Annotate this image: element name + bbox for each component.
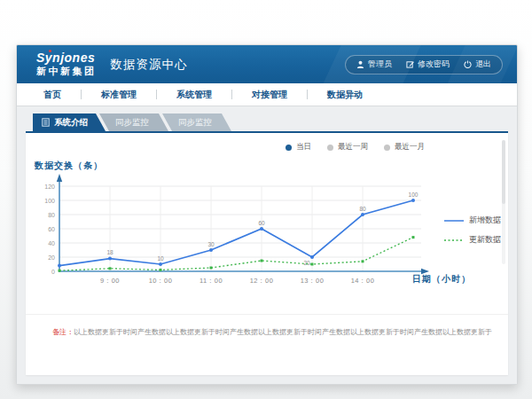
nav-item-standard-mgmt[interactable]: 标准管理 <box>101 89 137 101</box>
app-window: Synjones 新中新集团 数据资源中心 管理员 修改密码 <box>16 44 518 385</box>
solid-line-icon <box>444 218 464 223</box>
filter-label: 最近一月 <box>395 142 425 153</box>
content-area: 系统介绍 同步监控 同步监控 当日 最近一周 <box>17 106 517 384</box>
page-title: 数据资源中心 <box>111 57 188 73</box>
svg-text:80: 80 <box>48 212 55 218</box>
filter-last-week[interactable]: 最近一周 <box>327 142 368 153</box>
footer-note: 备注：以上数据更新于时间产生数据以上数据更新于时间产生数据以上数据更新于时间产生… <box>26 314 508 337</box>
filter-last-month[interactable]: 最近一月 <box>384 142 425 153</box>
line-chart: 0204060801001209：0010：0011：0012：0013：001… <box>33 172 434 293</box>
svg-text:30: 30 <box>207 241 215 247</box>
change-password-label: 修改密码 <box>418 59 450 70</box>
brand-logo-subtext: 新中新集团 <box>36 66 97 77</box>
svg-text:100: 100 <box>44 198 55 204</box>
tab-bar: 系统介绍 同步监控 同步监控 <box>33 113 508 131</box>
brand-logo: Synjones 新中新集团 <box>36 51 97 76</box>
filter-today[interactable]: 当日 <box>286 142 311 153</box>
nav-item-home[interactable]: 首页 <box>43 89 61 101</box>
document-icon <box>42 118 50 127</box>
brand-logo-text: Synjones <box>36 51 97 65</box>
svg-text:80: 80 <box>359 206 366 212</box>
legend-label: 新增数据 <box>469 215 501 226</box>
svg-text:60: 60 <box>258 220 265 226</box>
svg-text:10: 10 <box>157 255 164 262</box>
dotted-line-icon <box>444 238 464 243</box>
svg-text:20: 20 <box>303 260 310 266</box>
svg-text:20: 20 <box>48 254 55 261</box>
tab-label: 系统介绍 <box>54 117 88 129</box>
scrollbar-thumb[interactable] <box>502 140 505 204</box>
filter-label: 当日 <box>296 142 311 153</box>
time-range-filters: 当日 最近一周 最近一月 <box>286 142 425 153</box>
header-decorative-stripe <box>317 45 426 83</box>
nav-divider <box>307 90 308 99</box>
filter-label: 最近一周 <box>338 142 368 153</box>
radio-dot-icon <box>327 145 333 151</box>
content-panel: 当日 最近一周 最近一月 数据交换（条） 0204060801001209：00… <box>26 131 508 375</box>
radio-dot-icon <box>384 145 390 151</box>
scrollbar[interactable] <box>502 140 505 264</box>
svg-text:13：00: 13：00 <box>301 277 325 285</box>
tab-sync-monitor-2[interactable]: 同步监控 <box>162 113 231 131</box>
tab-system-intro[interactable]: 系统介绍 <box>33 113 106 131</box>
nav-divider <box>156 90 157 99</box>
note-label: 备注： <box>52 328 74 336</box>
svg-text:100: 100 <box>409 192 419 198</box>
y-axis-title: 数据交换（条） <box>35 160 103 172</box>
svg-text:0: 0 <box>51 269 55 275</box>
svg-text:12：00: 12：00 <box>250 277 274 285</box>
x-axis-title: 日期（小时） <box>412 273 471 286</box>
legend-item-new-data[interactable]: 新增数据 <box>444 215 501 226</box>
nav-item-system-mgmt[interactable]: 系统管理 <box>176 89 212 101</box>
legend-item-updated-data[interactable]: 更新数据 <box>444 234 501 246</box>
chart-legend: 新增数据 更新数据 <box>444 215 501 246</box>
svg-text:14：00: 14：00 <box>351 277 375 285</box>
note-text: 以上数据更新于时间产生数据以上数据更新于时间产生数据以上数据更新于时间产生数据以… <box>74 328 492 336</box>
legend-label: 更新数据 <box>469 234 501 246</box>
app-header: Synjones 新中新集团 数据资源中心 管理员 修改密码 <box>17 45 517 83</box>
svg-text:9：00: 9：00 <box>100 277 120 285</box>
tab-label: 同步监控 <box>115 117 149 129</box>
main-nav: 首页 标准管理 系统管理 对接管理 数据异动 <box>17 83 517 106</box>
svg-text:18: 18 <box>106 249 113 255</box>
svg-text:40: 40 <box>48 240 55 246</box>
radio-dot-icon <box>286 145 292 151</box>
nav-divider <box>81 90 82 99</box>
tab-label: 同步监控 <box>178 117 212 129</box>
nav-item-data-change[interactable]: 数据异动 <box>327 89 363 101</box>
svg-text:11：00: 11：00 <box>200 277 223 285</box>
svg-text:120: 120 <box>44 184 55 190</box>
tab-sync-monitor-1[interactable]: 同步监控 <box>99 113 168 131</box>
nav-item-interface-mgmt[interactable]: 对接管理 <box>252 89 287 101</box>
nav-divider <box>231 90 232 99</box>
svg-text:10：00: 10：00 <box>149 277 173 285</box>
svg-text:60: 60 <box>48 226 55 232</box>
brand-logo-wordmark: Synjones <box>36 51 95 65</box>
